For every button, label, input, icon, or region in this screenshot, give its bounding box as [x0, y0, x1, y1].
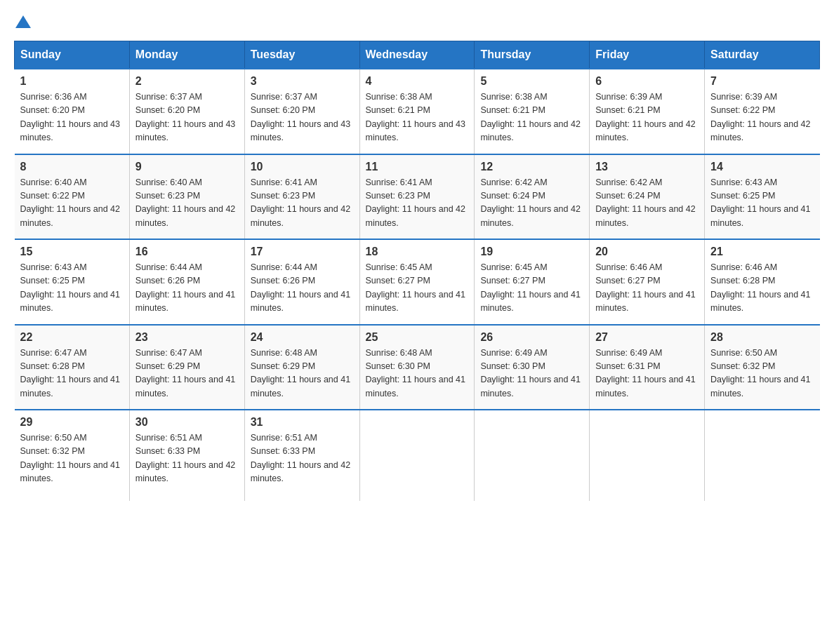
calendar-day-cell: 3 Sunrise: 6:37 AM Sunset: 6:20 PM Dayli…: [244, 69, 359, 154]
day-number: 30: [135, 416, 239, 429]
day-info: Sunrise: 6:45 AM Sunset: 6:27 PM Dayligh…: [480, 261, 583, 316]
calendar-week-row: 29 Sunrise: 6:50 AM Sunset: 6:32 PM Dayl…: [15, 410, 820, 501]
calendar-table: SundayMondayTuesdayWednesdayThursdayFrid…: [14, 41, 820, 501]
day-info: Sunrise: 6:38 AM Sunset: 6:21 PM Dayligh…: [480, 90, 583, 145]
day-number: 3: [251, 75, 354, 88]
day-info: Sunrise: 6:47 AM Sunset: 6:28 PM Dayligh…: [20, 347, 124, 401]
calendar-day-cell: 23 Sunrise: 6:47 AM Sunset: 6:29 PM Dayl…: [129, 325, 244, 410]
calendar-day-cell: [705, 410, 820, 501]
calendar-day-cell: 4 Sunrise: 6:38 AM Sunset: 6:21 PM Dayli…: [359, 69, 475, 154]
day-info: Sunrise: 6:49 AM Sunset: 6:30 PM Dayligh…: [480, 347, 583, 401]
day-info: Sunrise: 6:42 AM Sunset: 6:24 PM Dayligh…: [595, 176, 699, 231]
day-number: 28: [710, 331, 814, 344]
day-info: Sunrise: 6:51 AM Sunset: 6:33 PM Dayligh…: [135, 431, 239, 486]
day-info: Sunrise: 6:44 AM Sunset: 6:26 PM Dayligh…: [251, 261, 354, 316]
day-number: 29: [20, 416, 124, 429]
calendar-day-cell: 19 Sunrise: 6:45 AM Sunset: 6:27 PM Dayl…: [475, 239, 590, 325]
day-info: Sunrise: 6:38 AM Sunset: 6:21 PM Dayligh…: [366, 90, 469, 145]
day-number: 16: [135, 246, 239, 258]
calendar-day-cell: 12 Sunrise: 6:42 AM Sunset: 6:24 PM Dayl…: [475, 154, 590, 240]
day-info: Sunrise: 6:37 AM Sunset: 6:20 PM Dayligh…: [251, 90, 354, 145]
calendar-day-cell: 9 Sunrise: 6:40 AM Sunset: 6:23 PM Dayli…: [129, 154, 244, 240]
day-info: Sunrise: 6:47 AM Sunset: 6:29 PM Dayligh…: [135, 347, 239, 401]
calendar-day-cell: 31 Sunrise: 6:51 AM Sunset: 6:33 PM Dayl…: [244, 410, 359, 501]
day-info: Sunrise: 6:45 AM Sunset: 6:27 PM Dayligh…: [366, 261, 469, 316]
calendar-day-cell: [590, 410, 705, 501]
calendar-day-cell: 30 Sunrise: 6:51 AM Sunset: 6:33 PM Dayl…: [129, 410, 244, 501]
calendar-day-cell: 15 Sunrise: 6:43 AM Sunset: 6:25 PM Dayl…: [15, 239, 130, 325]
calendar-week-row: 1 Sunrise: 6:36 AM Sunset: 6:20 PM Dayli…: [15, 69, 820, 154]
day-info: Sunrise: 6:41 AM Sunset: 6:23 PM Dayligh…: [366, 176, 469, 231]
day-info: Sunrise: 6:40 AM Sunset: 6:22 PM Dayligh…: [20, 176, 124, 231]
calendar-day-cell: 26 Sunrise: 6:49 AM Sunset: 6:30 PM Dayl…: [475, 325, 590, 410]
day-number: 21: [710, 246, 814, 258]
calendar-day-cell: 2 Sunrise: 6:37 AM Sunset: 6:20 PM Dayli…: [129, 69, 244, 154]
calendar-day-cell: 21 Sunrise: 6:46 AM Sunset: 6:28 PM Dayl…: [705, 239, 820, 325]
weekday-header-friday: Friday: [590, 41, 705, 69]
calendar-week-row: 22 Sunrise: 6:47 AM Sunset: 6:28 PM Dayl…: [15, 325, 820, 410]
day-number: 6: [595, 75, 699, 88]
calendar-day-cell: 7 Sunrise: 6:39 AM Sunset: 6:22 PM Dayli…: [705, 69, 820, 154]
day-number: 2: [135, 75, 239, 88]
day-info: Sunrise: 6:50 AM Sunset: 6:32 PM Dayligh…: [710, 347, 814, 401]
calendar-day-cell: 25 Sunrise: 6:48 AM Sunset: 6:30 PM Dayl…: [359, 325, 475, 410]
calendar-day-cell: 22 Sunrise: 6:47 AM Sunset: 6:28 PM Dayl…: [15, 325, 130, 410]
day-number: 26: [480, 331, 583, 344]
day-number: 14: [710, 161, 814, 173]
day-info: Sunrise: 6:51 AM Sunset: 6:33 PM Dayligh…: [251, 431, 354, 486]
calendar-week-row: 15 Sunrise: 6:43 AM Sunset: 6:25 PM Dayl…: [15, 239, 820, 325]
day-info: Sunrise: 6:43 AM Sunset: 6:25 PM Dayligh…: [20, 261, 124, 316]
svg-marker-0: [15, 15, 31, 28]
calendar-day-cell: [359, 410, 475, 501]
day-number: 5: [480, 75, 583, 88]
weekday-header-thursday: Thursday: [475, 41, 590, 69]
weekday-header-row: SundayMondayTuesdayWednesdayThursdayFrid…: [15, 41, 820, 69]
weekday-header-sunday: Sunday: [15, 41, 130, 69]
day-info: Sunrise: 6:46 AM Sunset: 6:27 PM Dayligh…: [595, 261, 699, 316]
day-info: Sunrise: 6:43 AM Sunset: 6:25 PM Dayligh…: [710, 176, 814, 231]
calendar-day-cell: 17 Sunrise: 6:44 AM Sunset: 6:26 PM Dayl…: [244, 239, 359, 325]
calendar-day-cell: 8 Sunrise: 6:40 AM Sunset: 6:22 PM Dayli…: [15, 154, 130, 240]
day-number: 17: [251, 246, 354, 258]
day-number: 18: [366, 246, 469, 258]
day-number: 19: [480, 246, 583, 258]
day-info: Sunrise: 6:48 AM Sunset: 6:29 PM Dayligh…: [251, 347, 354, 401]
day-number: 7: [710, 75, 814, 88]
calendar-day-cell: 24 Sunrise: 6:48 AM Sunset: 6:29 PM Dayl…: [244, 325, 359, 410]
day-number: 12: [480, 161, 583, 173]
page-header: [14, 14, 820, 28]
calendar-day-cell: 6 Sunrise: 6:39 AM Sunset: 6:21 PM Dayli…: [590, 69, 705, 154]
day-number: 11: [366, 161, 469, 173]
day-number: 8: [20, 161, 124, 173]
day-info: Sunrise: 6:39 AM Sunset: 6:21 PM Dayligh…: [595, 90, 699, 145]
day-info: Sunrise: 6:48 AM Sunset: 6:30 PM Dayligh…: [366, 347, 469, 401]
day-info: Sunrise: 6:42 AM Sunset: 6:24 PM Dayligh…: [480, 176, 583, 231]
calendar-day-cell: 5 Sunrise: 6:38 AM Sunset: 6:21 PM Dayli…: [475, 69, 590, 154]
day-number: 13: [595, 161, 699, 173]
day-number: 31: [251, 416, 354, 429]
calendar-day-cell: 29 Sunrise: 6:50 AM Sunset: 6:32 PM Dayl…: [15, 410, 130, 501]
logo-triangle-icon: [15, 15, 31, 28]
day-info: Sunrise: 6:44 AM Sunset: 6:26 PM Dayligh…: [135, 261, 239, 316]
calendar-day-cell: 11 Sunrise: 6:41 AM Sunset: 6:23 PM Dayl…: [359, 154, 475, 240]
calendar-day-cell: 18 Sunrise: 6:45 AM Sunset: 6:27 PM Dayl…: [359, 239, 475, 325]
day-number: 10: [251, 161, 354, 173]
day-number: 20: [595, 246, 699, 258]
day-number: 15: [20, 246, 124, 258]
weekday-header-monday: Monday: [129, 41, 244, 69]
day-info: Sunrise: 6:36 AM Sunset: 6:20 PM Dayligh…: [20, 90, 124, 145]
weekday-header-wednesday: Wednesday: [359, 41, 475, 69]
day-number: 25: [366, 331, 469, 344]
calendar-day-cell: [475, 410, 590, 501]
day-number: 27: [595, 331, 699, 344]
day-info: Sunrise: 6:46 AM Sunset: 6:28 PM Dayligh…: [710, 261, 814, 316]
logo: [14, 14, 31, 28]
day-number: 24: [251, 331, 354, 344]
calendar-day-cell: 28 Sunrise: 6:50 AM Sunset: 6:32 PM Dayl…: [705, 325, 820, 410]
day-info: Sunrise: 6:50 AM Sunset: 6:32 PM Dayligh…: [20, 431, 124, 486]
day-number: 4: [366, 75, 469, 88]
day-number: 9: [135, 161, 239, 173]
day-number: 22: [20, 331, 124, 344]
calendar-week-row: 8 Sunrise: 6:40 AM Sunset: 6:22 PM Dayli…: [15, 154, 820, 240]
calendar-day-cell: 13 Sunrise: 6:42 AM Sunset: 6:24 PM Dayl…: [590, 154, 705, 240]
